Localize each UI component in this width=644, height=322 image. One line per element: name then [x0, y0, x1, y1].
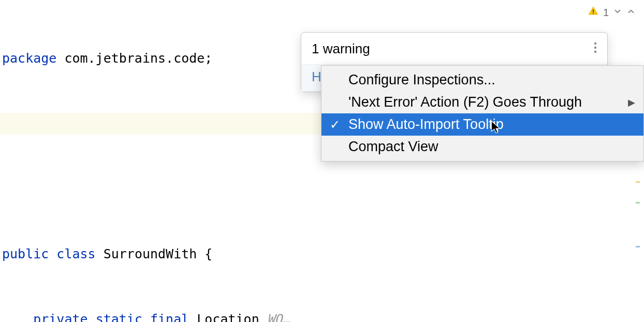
svg-point-3 [594, 46, 596, 48]
chevron-down-icon[interactable] [613, 7, 622, 19]
menu-item-compact-view[interactable]: Compact View [321, 136, 643, 158]
submenu-arrow-icon: ▶ [628, 97, 635, 108]
chevron-up-icon[interactable] [626, 7, 636, 19]
package-name: com.jetbrains.code [56, 51, 204, 66]
menu-item-label: Configure Inspections... [348, 72, 495, 88]
svg-rect-1 [593, 13, 594, 14]
code-line [0, 178, 644, 200]
svg-rect-0 [593, 9, 594, 12]
popup-title: 1 warning [312, 41, 370, 57]
popup-header: 1 warning [301, 33, 607, 64]
warning-count: 1 [603, 7, 609, 19]
context-menu: Configure Inspections... 'Next Error' Ac… [321, 65, 644, 162]
menu-item-next-error[interactable]: 'Next Error' Action (F2) Goes Through ▶ [321, 91, 643, 113]
menu-item-label: Compact View [348, 139, 438, 155]
keyword: class [56, 246, 95, 261]
svg-point-4 [594, 50, 596, 52]
menu-item-auto-import-tooltip[interactable]: ✓ Show Auto-Import Tooltip [321, 113, 643, 136]
keyword: package [2, 51, 56, 66]
inspection-indicators: 1 [588, 5, 636, 20]
gutter-mark-ok[interactable] [636, 202, 640, 203]
inlay-hint: WO… [267, 312, 290, 322]
menu-item-label: Show Auto-Import Tooltip [348, 116, 504, 133]
semicolon: ; [204, 51, 212, 66]
code-line: public class SurroundWith { [0, 243, 644, 265]
svg-point-2 [594, 42, 596, 44]
keyword: static [96, 312, 150, 322]
error-stripe[interactable] [636, 0, 640, 322]
menu-item-configure-inspections[interactable]: Configure Inspections... [321, 69, 643, 91]
kebab-menu-icon[interactable] [594, 42, 597, 56]
warning-icon[interactable] [588, 5, 599, 20]
keyword: private [33, 312, 95, 322]
check-icon: ✓ [330, 118, 340, 132]
type-name: Location [189, 312, 267, 322]
menu-item-label: 'Next Error' Action (F2) Goes Through [348, 94, 582, 110]
gutter-mark-warning[interactable] [636, 181, 640, 183]
code-line: private static final Location WO… [0, 309, 644, 322]
brace: { [204, 246, 212, 261]
gutter-mark-info[interactable] [636, 246, 640, 247]
keyword: public [2, 246, 56, 261]
keyword: final [150, 312, 189, 322]
class-name: SurroundWith [96, 246, 205, 261]
